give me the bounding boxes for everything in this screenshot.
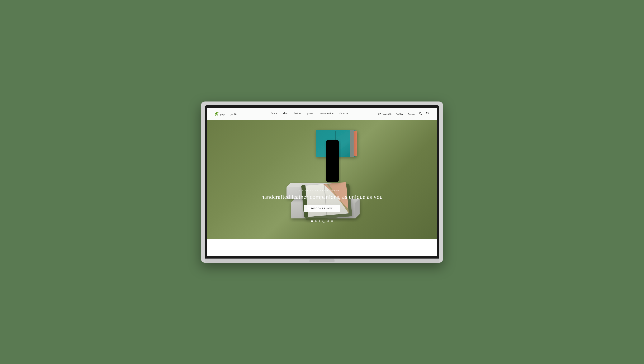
- currency-chevron-icon: ▾: [391, 113, 392, 115]
- nav-paper[interactable]: paper: [307, 112, 313, 116]
- account-link[interactable]: Account: [408, 113, 416, 115]
- language-text: English: [396, 113, 403, 115]
- carousel-dot-3[interactable]: [319, 220, 320, 222]
- nav-customisation[interactable]: customisation: [319, 112, 334, 116]
- site-header: 🌿 paper republic home shop leather paper…: [207, 108, 437, 120]
- hero-subtitle: L'ATELIER BY PAPER REPUBLIC: [207, 190, 437, 192]
- logo-text: paper republic: [220, 112, 238, 116]
- hero-title: handcrafted leather companions, as uniqu…: [207, 194, 437, 200]
- carousel-dot-2[interactable]: [315, 220, 316, 222]
- nav-leather[interactable]: leather: [294, 112, 301, 116]
- logo-icon: 🌿: [215, 112, 219, 116]
- carousel-dot-4-loading[interactable]: [322, 220, 325, 222]
- hero-section: L'ATELIER BY PAPER REPUBLIC handcrafted …: [207, 120, 437, 239]
- language-chevron-icon: ▾: [404, 113, 404, 115]
- svg-point-2: [427, 115, 428, 115]
- discover-button[interactable]: DISCOVER NOW: [304, 205, 340, 212]
- search-button[interactable]: [419, 112, 422, 116]
- svg-rect-22: [327, 140, 338, 182]
- hero-content: L'ATELIER BY PAPER REPUBLIC handcrafted …: [207, 190, 437, 212]
- svg-point-3: [428, 115, 428, 115]
- carousel-dot-5[interactable]: [328, 220, 329, 222]
- laptop-bottom: [205, 258, 439, 263]
- header-right: UA (UAH ₴) ▾ English ▾ Account: [378, 112, 429, 116]
- currency-text: UA (UAH ₴): [378, 112, 391, 115]
- nav-about-us[interactable]: about us: [339, 112, 348, 116]
- carousel-dot-1[interactable]: [311, 220, 313, 222]
- logo[interactable]: 🌿 paper republic: [215, 112, 242, 116]
- language-selector[interactable]: English ▾: [396, 113, 404, 115]
- svg-point-0: [419, 112, 421, 114]
- bottom-bar: [207, 239, 437, 256]
- currency-selector[interactable]: UA (UAH ₴) ▾: [378, 112, 392, 115]
- svg-line-1: [421, 114, 422, 115]
- nav-shop[interactable]: shop: [283, 112, 288, 116]
- main-nav: home shop leather paper customisation ab…: [242, 112, 378, 116]
- laptop-frame: 🌿 paper republic home shop leather paper…: [201, 102, 443, 263]
- trackpad[interactable]: [310, 259, 334, 262]
- svg-rect-17: [350, 130, 354, 157]
- carousel-dots: [311, 220, 333, 222]
- cart-button[interactable]: [426, 112, 429, 116]
- screen: 🌿 paper republic home shop leather paper…: [207, 108, 437, 256]
- carousel-dot-6[interactable]: [331, 220, 333, 222]
- nav-home[interactable]: home: [272, 112, 277, 116]
- screen-bezel: 🌿 paper republic home shop leather paper…: [205, 105, 439, 258]
